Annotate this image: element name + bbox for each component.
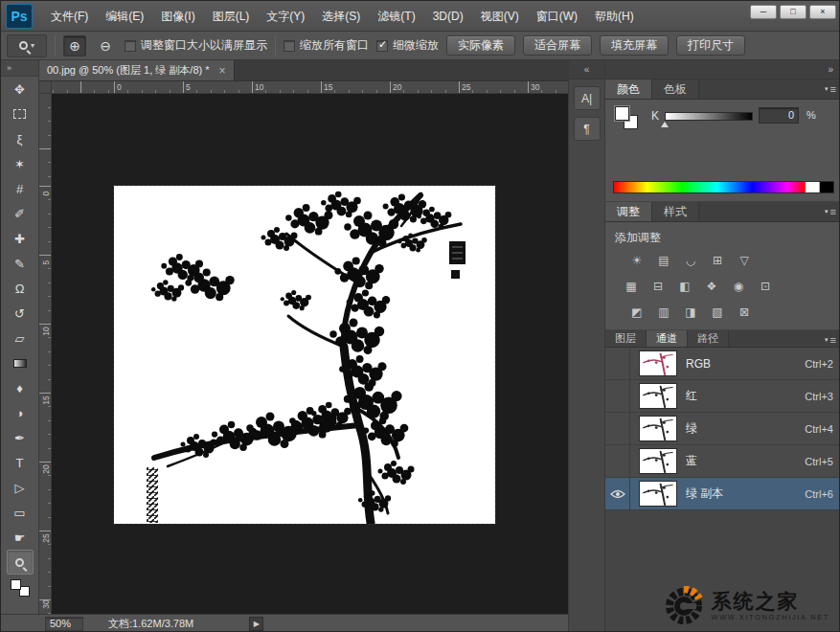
hue-saturation-icon[interactable]: ▦ <box>621 277 642 295</box>
posterize-icon[interactable]: ▥ <box>653 303 674 321</box>
marquee-tool[interactable] <box>7 102 34 126</box>
print-size-button[interactable]: 打印尺寸 <box>676 35 745 56</box>
fill-screen-button[interactable]: 填充屏幕 <box>600 35 669 56</box>
selective-color-icon[interactable]: ⊠ <box>734 303 755 321</box>
brush-tool[interactable]: ✎ <box>7 251 34 276</box>
color-spectrum-ramp[interactable] <box>613 181 834 193</box>
zoom-all-windows-checkbox[interactable]: 缩放所有窗口 <box>284 37 369 54</box>
photo-filter-icon[interactable]: ❖ <box>701 277 722 295</box>
visibility-toggle[interactable] <box>605 380 630 413</box>
pen-tool[interactable]: ✒ <box>7 425 34 450</box>
channel-row-green[interactable]: 绿 Ctrl+4 <box>605 413 840 445</box>
channel-row-red[interactable]: 红 Ctrl+3 <box>605 380 840 413</box>
fit-screen-button[interactable]: 适合屏幕 <box>523 35 592 56</box>
close-tab-icon[interactable]: × <box>219 64 226 78</box>
threshold-icon[interactable]: ◨ <box>680 303 701 321</box>
zoom-out-button[interactable]: ⊖ <box>94 35 117 56</box>
exposure-icon[interactable]: ⊞ <box>707 251 728 269</box>
brightness-contrast-icon[interactable]: ☀ <box>626 251 647 269</box>
type-tool[interactable]: T <box>7 450 34 475</box>
canvas-viewport[interactable] <box>52 94 568 614</box>
gradient-map-icon[interactable]: ▧ <box>707 303 728 321</box>
visibility-toggle[interactable] <box>605 348 630 380</box>
channel-thumbnail[interactable] <box>639 350 677 376</box>
channel-row-green-copy[interactable]: 绿 副本 Ctrl+6 <box>605 478 840 510</box>
channel-thumbnail[interactable] <box>639 448 677 474</box>
tab-swatches[interactable]: 色板 <box>652 79 699 99</box>
foreground-color-swatch[interactable] <box>11 579 21 590</box>
panel-menu-icon[interactable]: ▾≡ <box>825 206 836 217</box>
visibility-toggle[interactable] <box>605 413 630 445</box>
zoom-level-field[interactable]: 50% <box>45 617 83 631</box>
healing-brush-tool[interactable]: ✚ <box>7 226 34 251</box>
status-menu-arrow[interactable]: ▶ <box>249 617 263 631</box>
crop-tool[interactable]: # <box>7 176 34 201</box>
blur-tool[interactable]: ♦ <box>7 375 34 400</box>
levels-icon[interactable]: ▤ <box>653 251 674 269</box>
character-panel-icon[interactable]: A| <box>574 86 601 110</box>
menu-file[interactable]: 文件(F) <box>42 1 97 32</box>
dodge-tool[interactable]: ◑ <box>7 400 34 425</box>
toolbar-collapse-button[interactable]: » <box>1 60 38 77</box>
eraser-tool[interactable]: ▱ <box>7 326 34 350</box>
history-brush-tool[interactable]: ↺ <box>7 301 34 326</box>
channel-thumbnail[interactable] <box>639 383 677 409</box>
path-selection-tool[interactable]: ▷ <box>7 475 34 500</box>
tab-styles[interactable]: 样式 <box>652 202 699 221</box>
tab-paths[interactable]: 路径 <box>688 330 729 347</box>
document-tab[interactable]: 00.jpg @ 50% (图层 1, 绿 副本/8) * × <box>39 60 235 80</box>
menu-window[interactable]: 窗口(W) <box>528 1 586 32</box>
panel-menu-icon[interactable]: ▾≡ <box>825 83 836 95</box>
visibility-toggle[interactable] <box>605 478 630 510</box>
minimize-button[interactable]: ─ <box>750 5 777 19</box>
menu-edit[interactable]: 编辑(E) <box>97 1 152 32</box>
maximize-button[interactable]: □ <box>780 5 806 19</box>
tool-preset-picker[interactable]: ▾ <box>7 34 47 57</box>
checkbox-checked-icon[interactable] <box>376 40 388 52</box>
clone-stamp-tool[interactable]: Ω <box>7 276 34 301</box>
channel-thumbnail[interactable] <box>639 481 677 507</box>
gradient-tool[interactable] <box>7 350 34 375</box>
menu-view[interactable]: 视图(V) <box>472 1 528 32</box>
checkbox-icon[interactable] <box>284 40 295 52</box>
channel-row-blue[interactable]: 蓝 Ctrl+5 <box>605 445 840 478</box>
channel-mixer-icon[interactable]: ◉ <box>728 277 749 295</box>
invert-icon[interactable]: ◩ <box>626 303 647 321</box>
menu-image[interactable]: 图像(I) <box>152 1 203 32</box>
menu-help[interactable]: 帮助(H) <box>586 1 643 32</box>
menu-select[interactable]: 选择(S) <box>313 1 369 32</box>
collapse-dock-button[interactable]: » <box>605 60 840 79</box>
close-button[interactable]: × <box>809 5 836 19</box>
zoom-in-button[interactable]: ⊕ <box>63 35 86 56</box>
paragraph-panel-icon[interactable]: ¶ <box>574 117 601 141</box>
menu-filter[interactable]: 滤镜(T) <box>369 1 423 32</box>
move-tool[interactable]: ✥ <box>7 77 34 102</box>
color-lookup-icon[interactable]: ⊡ <box>755 277 776 295</box>
black-white-icon[interactable]: ◧ <box>674 277 695 295</box>
channel-thumbnail[interactable] <box>639 416 677 441</box>
hand-tool[interactable]: ☛ <box>7 525 34 550</box>
color-balance-icon[interactable]: ⊟ <box>647 277 669 295</box>
quick-selection-tool[interactable]: ✶ <box>7 151 34 176</box>
expand-panels-button[interactable]: « <box>569 60 604 79</box>
menu-type[interactable]: 文字(Y) <box>258 1 313 32</box>
actual-pixels-button[interactable]: 实际像素 <box>446 35 515 56</box>
eyedropper-tool[interactable]: ✐ <box>7 201 34 226</box>
tab-layers[interactable]: 图层 <box>605 330 647 347</box>
k-value-field[interactable]: 0 <box>759 107 799 124</box>
resize-window-checkbox[interactable]: 调整窗口大小以满屏显示 <box>125 37 267 54</box>
checkbox-icon[interactable] <box>125 40 136 52</box>
tab-color[interactable]: 颜色 <box>605 79 652 99</box>
menu-3d[interactable]: 3D(D) <box>424 1 472 32</box>
k-channel-slider[interactable] <box>665 112 753 121</box>
scrubby-zoom-checkbox[interactable]: 细微缩放 <box>376 37 439 54</box>
vibrance-icon[interactable]: ▽ <box>734 251 755 269</box>
lasso-tool[interactable]: ξ <box>7 126 34 151</box>
canvas-artwork[interactable] <box>114 186 495 524</box>
visibility-toggle[interactable] <box>605 445 630 478</box>
slider-handle-icon[interactable] <box>661 122 669 127</box>
tab-adjustments[interactable]: 调整 <box>605 202 652 221</box>
vertical-ruler[interactable]: 0 5 10 15 20 25 30 <box>39 94 52 614</box>
foreground-color-swatch[interactable] <box>615 106 629 121</box>
foreground-background-swatches[interactable] <box>11 579 30 597</box>
